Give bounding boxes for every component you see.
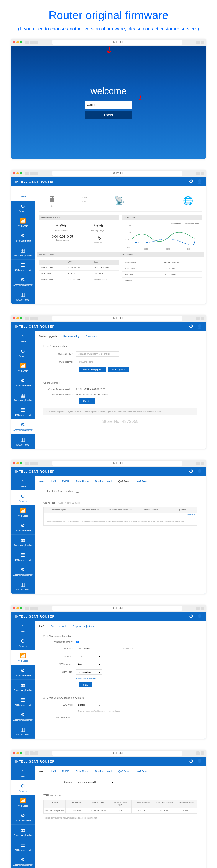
sidebar-item-network[interactable]: ⊕Network (11, 490, 35, 505)
share-icon[interactable] (196, 317, 199, 320)
sidebar-item-advanced-setup[interactable]: ⚙Advanced Setup (11, 810, 35, 825)
sidebar-item-system-management[interactable]: ⚙System Management (11, 274, 35, 289)
power-icon[interactable]: ⏻ (189, 324, 193, 329)
forward-button[interactable] (30, 607, 34, 610)
minimize-icon[interactable] (17, 172, 19, 175)
url-bar[interactable]: 192.168.1.1 (52, 606, 182, 611)
tab-qos-setup[interactable]: QoS Setup (118, 480, 130, 486)
minimize-icon[interactable] (17, 462, 19, 464)
power-icon[interactable]: ⏻ (189, 179, 193, 184)
sidebar-item-service-application[interactable]: ▦Service Application (11, 825, 35, 839)
tab-system-upgrade[interactable]: System Upgrade (39, 335, 57, 340)
firmware-url-input[interactable]: Upload firmware files to 01 list url (76, 351, 119, 356)
sidebar-item-wifi-setup[interactable]: 📶WiFi Setup (11, 650, 35, 665)
url-bar[interactable]: 192.168.1.1 (52, 461, 182, 466)
tab-static-route[interactable]: Static Route (75, 770, 89, 773)
sidebar-item-system-management[interactable]: ⚙System Management (11, 564, 35, 579)
share-icon[interactable] (196, 40, 199, 44)
tab-terminal-control[interactable]: Terminal control (95, 480, 112, 483)
sidebar-item-ac-management[interactable]: ☰AC Management (11, 550, 35, 564)
sidebar-item-home[interactable]: ⌂Home (11, 331, 35, 345)
qos-enable-checkbox[interactable] (76, 490, 79, 493)
tab-wan[interactable]: WAN (39, 770, 44, 775)
login-button[interactable]: LOGIN (85, 111, 132, 119)
sidebar-item-system-management[interactable]: ⚙System Management (11, 419, 35, 434)
password-input[interactable]: admin (85, 101, 132, 108)
forward-button[interactable] (30, 172, 34, 175)
forward-button[interactable] (30, 751, 34, 755)
sidebar-item-home[interactable]: ⌂Home (11, 476, 35, 490)
add-rule-link[interactable]: Add/Save (43, 513, 197, 517)
sidebar-item-service-application[interactable]: ▦Service Application (11, 390, 35, 404)
close-icon[interactable] (13, 462, 16, 464)
sidebar-item-ac-management[interactable]: ☰AC Management (11, 694, 35, 709)
tab-basic[interactable]: Basic setup (86, 335, 98, 338)
advanced-link[interactable]: 2.4GAdvanced options (76, 677, 96, 679)
sidebar-item-network[interactable]: ⊕Network (11, 200, 35, 215)
reload-button[interactable] (34, 172, 38, 175)
tabs-icon[interactable] (200, 317, 204, 320)
tab-24g[interactable]: 2.4G (39, 625, 44, 630)
sidebar-item-network[interactable]: ⊕Network (11, 636, 35, 650)
minimize-icon[interactable] (17, 317, 19, 319)
sidebar-item-advanced-setup[interactable]: ⚙Advanced Setup (11, 665, 35, 680)
back-button[interactable] (25, 172, 29, 175)
power-icon[interactable]: ⏻ (189, 469, 193, 474)
upload-button[interactable]: Upload the upgrade (79, 367, 106, 372)
tab-wan[interactable]: WAN (39, 480, 44, 483)
tabs-icon[interactable] (200, 751, 204, 755)
back-button[interactable] (25, 607, 29, 610)
maximize-icon[interactable] (20, 462, 22, 464)
sidebar-item-home[interactable]: ⌂Home (11, 186, 35, 200)
sidebar-item-system-tools[interactable]: ▥System Tools (11, 724, 35, 739)
forward-button[interactable] (30, 40, 34, 44)
sidebar-item-advanced-setup[interactable]: ⚙Advanced Setup (11, 230, 35, 245)
ssid-input[interactable]: WIFI-10086A (76, 646, 119, 651)
channel-select[interactable]: Auto▾ (76, 662, 102, 667)
save-button[interactable]: Save (79, 682, 92, 687)
power-icon[interactable]: ⏻ (189, 759, 193, 764)
reload-button[interactable] (34, 751, 38, 755)
back-button[interactable] (25, 317, 29, 320)
url-upgrade-button[interactable]: URLUpgrade (108, 367, 129, 372)
tabs-icon[interactable] (200, 462, 204, 465)
sidebar-item-system-management[interactable]: ⚙System Management (11, 854, 35, 868)
sidebar-item-service-application[interactable]: ▦Service Application (11, 245, 35, 259)
reload-button[interactable] (34, 607, 38, 610)
sidebar-item-ac-management[interactable]: ☰AC Management (11, 404, 35, 419)
user-icon[interactable]: 👤 (197, 469, 202, 474)
protocol-select[interactable]: automatic acquisition▾ (76, 780, 115, 785)
close-icon[interactable] (13, 752, 16, 754)
maximize-icon[interactable] (20, 41, 22, 43)
user-icon[interactable]: 👤 (197, 614, 202, 619)
minimize-icon[interactable] (17, 607, 19, 609)
sidebar-item-home[interactable]: ⌂Home (11, 766, 35, 780)
maximize-icon[interactable] (20, 607, 22, 609)
url-bar[interactable]: 192.168.1.1 (52, 40, 182, 45)
url-bar[interactable]: 192.168.1.1 (52, 171, 182, 176)
back-button[interactable] (25, 751, 29, 755)
sidebar-item-advanced-setup[interactable]: ⚙Advanced Setup (11, 375, 35, 390)
maximize-icon[interactable] (20, 172, 22, 175)
tab-nat-setup[interactable]: NAT Setup (136, 480, 148, 483)
user-icon[interactable]: 👤 (197, 759, 202, 764)
minimize-icon[interactable] (17, 41, 19, 43)
sidebar-item-service-application[interactable]: ▦Service Application (11, 535, 35, 550)
share-icon[interactable] (196, 462, 199, 465)
mac-filter-select[interactable]: disable▾ (76, 702, 102, 707)
tabs-icon[interactable] (200, 172, 204, 175)
tabs-icon[interactable] (200, 607, 204, 610)
sidebar-item-system-management[interactable]: ⚙System Management (11, 709, 35, 724)
reload-button[interactable] (34, 40, 38, 44)
power-icon[interactable]: ⏻ (189, 614, 193, 619)
share-icon[interactable] (196, 751, 199, 755)
close-icon[interactable] (13, 317, 16, 319)
wifi-enable-checkbox[interactable] (76, 641, 79, 643)
share-icon[interactable] (196, 172, 199, 175)
sidebar-item-advanced-setup[interactable]: ⚙Advanced Setup (11, 520, 35, 535)
tab-lan[interactable]: LAN (51, 770, 56, 773)
sidebar-item-network[interactable]: ⊕Network (11, 345, 35, 360)
maximize-icon[interactable] (20, 752, 22, 754)
sidebar-item-home[interactable]: ⌂Home (11, 621, 35, 636)
wpa-select[interactable]: no encryption▾ (76, 670, 102, 675)
